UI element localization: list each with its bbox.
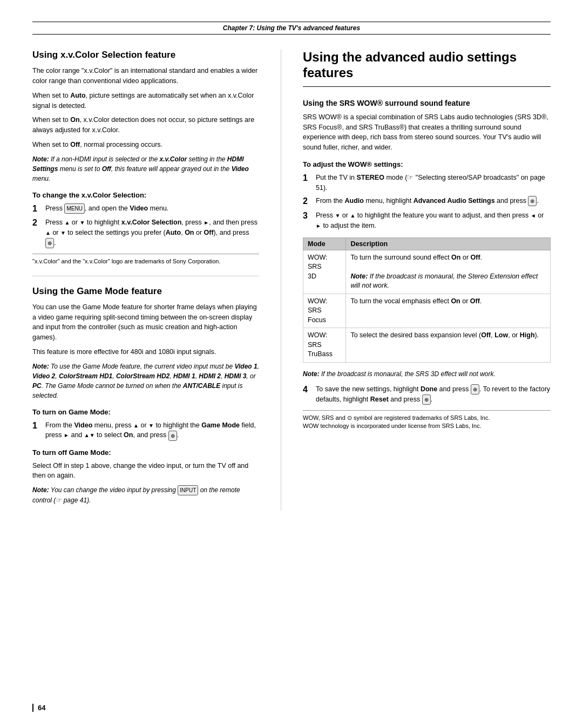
- wow-table: Mode Description WOW: SRS3D To turn the …: [303, 237, 551, 363]
- ok-btn-icon: ⊕: [45, 238, 54, 248]
- srs-step2: 2 From the Audio menu, highlight Advance…: [303, 196, 551, 207]
- arrow-left-icon: [531, 212, 536, 219]
- xvcolor-title: Using x.v.Color Selection feature: [32, 50, 259, 60]
- arrow-down-icon: [79, 219, 85, 226]
- table-row-srs3d: WOW: SRS3D To turn the surround sound ef…: [303, 250, 551, 294]
- arrow-down5-icon: [335, 212, 340, 219]
- arrow-up-icon: [64, 219, 70, 226]
- gamemode-off-subheading: To turn off Game Mode:: [32, 448, 259, 457]
- menu-btn-icon: MENU: [64, 203, 84, 214]
- srs-footnote1: WOW, SRS and ⊙ symbol are registered tra…: [303, 414, 490, 421]
- arrow-up3-icon: [133, 421, 139, 429]
- srs-steps: 1 Put the TV in STEREO mode (☞ "Selectin…: [303, 173, 551, 231]
- gamemode-para1: You can use the Game Mode feature for sh…: [32, 302, 259, 343]
- srs-note: Note: If the broadcast is monaural, the …: [303, 369, 551, 379]
- gamemode-note: Note: To use the Game Mode feature, the …: [32, 362, 259, 400]
- left-column: Using x.v.Color Selection feature The co…: [32, 50, 259, 511]
- right-column: Using the advanced audio settings featur…: [281, 50, 551, 511]
- srs-title: Using the SRS WOW® surround sound featur…: [303, 98, 551, 108]
- srs-step3: 3 Press or to highlight the feature you …: [303, 210, 551, 231]
- arrow-up5-icon: [350, 212, 355, 219]
- mode-col-header: Mode: [303, 237, 346, 250]
- arrow-down3-icon: [148, 421, 154, 429]
- srs-subheading: To adjust the WOW® settings:: [303, 160, 551, 168]
- ok2-btn-icon: ⊕: [168, 431, 177, 441]
- xvcolor-subheading: To change the x.v.Color Selection:: [32, 191, 259, 199]
- ok5-btn-icon: ⊕: [422, 394, 431, 405]
- gamemode-on-subheading: To turn on Game Mode:: [32, 408, 259, 416]
- gamemode-turnoff-para: Select Off in step 1 above, change the v…: [32, 461, 259, 481]
- chapter-header: Chapter 7: Using the TV's advanced featu…: [32, 22, 551, 35]
- ok3-btn-icon: ⊕: [528, 196, 537, 206]
- xvcolor-para2: When set to Auto, picture settings are a…: [32, 91, 259, 111]
- srs3d-mode: WOW: SRS3D: [303, 250, 346, 294]
- description-col-header: Description: [346, 237, 551, 250]
- arrow-right3-icon: [316, 222, 321, 229]
- arrow-up2-icon: [45, 229, 51, 236]
- gamemode-note2: Note: You can change the video input by …: [32, 485, 259, 505]
- table-row-srsfocus: WOW: SRSFocus To turn the vocal emphasis…: [303, 294, 551, 328]
- srstrubass-mode: WOW: SRSTruBass: [303, 328, 346, 363]
- srs-para1: SRS WOW® is a special combination of SRS…: [303, 112, 551, 153]
- xvcolor-para1: The color range "x.v.Color" is an intern…: [32, 66, 259, 86]
- arrow-right2-icon: [64, 431, 69, 439]
- srs-step4-list: 4 To save the new settings, highlight Do…: [303, 384, 551, 405]
- srs-step1: 1 Put the TV in STEREO mode (☞ "Selectin…: [303, 173, 551, 193]
- xvcolor-para4: When set to Off, normal processing occur…: [32, 140, 259, 150]
- gamemode-on-steps: 1 From the Video menu, press or to highl…: [32, 420, 259, 441]
- srsfocus-mode: WOW: SRSFocus: [303, 294, 346, 328]
- srs-footnote: WOW, SRS and ⊙ symbol are registered tra…: [303, 410, 551, 431]
- section-divider: [32, 276, 259, 276]
- table-row-srstrubass: WOW: SRSTruBass To select the desired ba…: [303, 328, 551, 363]
- srstrubass-desc: To select the desired bass expansion lev…: [346, 328, 551, 363]
- page: Chapter 7: Using the TV's advanced featu…: [0, 0, 583, 728]
- srs-footnote2: WOW technology is incorporated under lic…: [303, 423, 482, 429]
- arrow-down2-icon: [60, 229, 66, 236]
- two-column-layout: Using x.v.Color Selection feature The co…: [32, 50, 551, 511]
- xvcolor-footnote: "x.v.Color" and the "x.v.Color" logo are…: [32, 254, 259, 266]
- gamemode-title: Using the Game Mode feature: [32, 286, 259, 297]
- xvcolor-step2: 2 Press or to highlight x.v.Color Select…: [32, 217, 259, 248]
- srs-step4: 4 To save the new settings, highlight Do…: [303, 384, 551, 405]
- srsfocus-desc: To turn the vocal emphasis effect On or …: [346, 294, 551, 328]
- main-title: Using the advanced audio settings featur…: [303, 50, 551, 87]
- srs3d-desc: To turn the surround sound effect On or …: [346, 250, 551, 294]
- gamemode-step1: 1 From the Video menu, press or to highl…: [32, 420, 259, 441]
- ok4-btn-icon: ⊕: [471, 384, 479, 394]
- xvcolor-para3: When set to On, x.v.Color detection does…: [32, 115, 259, 135]
- xvcolor-step1: 1 Press MENU, and open the Video menu.: [32, 203, 259, 215]
- arrow-up4-icon: [84, 431, 90, 439]
- arrow-right-icon: [204, 219, 209, 226]
- input-btn-icon: INPUT: [178, 485, 198, 495]
- xvcolor-note: Note: If a non-HDMI input is selected or…: [32, 154, 259, 183]
- arrow-down4-icon: [90, 431, 95, 439]
- page-number: 64: [32, 704, 45, 712]
- chapter-header-text: Chapter 7: Using the TV's advanced featu…: [223, 24, 360, 32]
- xvcolor-steps: 1 Press MENU, and open the Video menu. 2…: [32, 203, 259, 249]
- gamemode-para2: This feature is more effective for 480i …: [32, 347, 259, 357]
